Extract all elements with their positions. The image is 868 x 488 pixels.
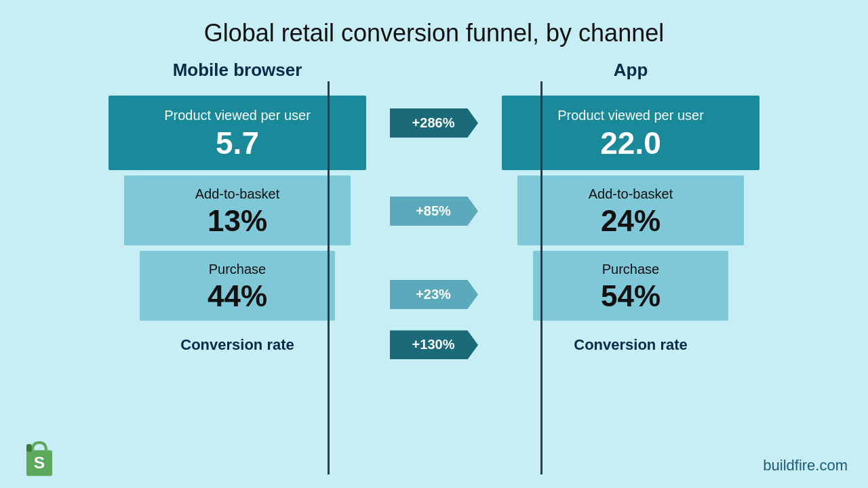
left-metric-2-value: 44% [153,280,322,312]
right-metric-0-label: Product viewed per user [515,108,746,123]
left-divider [328,81,330,474]
comparison-badge-1: +85% [390,197,478,226]
comparison-badge-2: +23% [390,280,478,309]
middle-column: +286% +85% +23% [366,60,502,317]
bottom-row: Conversion rate +130% Conversion rate [0,330,868,359]
page-title: Global retail conversion funnel, by chan… [0,0,868,60]
right-metric-1: Add-to-basket 24% [517,176,744,245]
left-metric-0-label: Product viewed per user [122,108,353,123]
right-metric-1-value: 24% [531,205,730,237]
right-metric-0-value: 22.0 [515,126,746,161]
left-metric-2-label: Purchase [153,262,322,277]
svg-rect-2 [26,444,32,451]
comparison-arrow-1: +85% [390,197,478,226]
bottom-arrow-container: +130% [366,330,502,359]
left-metric-1: Add-to-basket 13% [124,176,351,245]
comparison-badge-3: +130% [390,330,478,359]
right-divider [540,81,542,474]
right-metric-2-value: 54% [547,280,715,312]
left-metric-0-value: 5.7 [122,126,353,161]
left-metric-1-label: Add-to-basket [138,186,337,202]
right-metric-2-label: Purchase [547,262,715,277]
comparison-arrow-2: +23% [390,280,478,309]
left-channel-title: Mobile browser [173,60,302,81]
right-metric-2: Purchase 54% [533,251,729,321]
comparison-badge-0: +286% [390,108,478,138]
left-metric-2: Purchase 44% [140,251,336,321]
svg-text:S: S [34,453,45,472]
content-area: Mobile browser Product viewed per user 5… [0,60,868,321]
left-metric-1-value: 13% [138,205,337,237]
comparison-arrow-0: +286% [390,108,478,138]
shopify-logo: S [20,436,58,474]
buildfire-branding: buildfire.com [763,457,848,474]
right-metric-1-label: Add-to-basket [531,186,730,202]
right-channel-title: App [614,60,648,81]
